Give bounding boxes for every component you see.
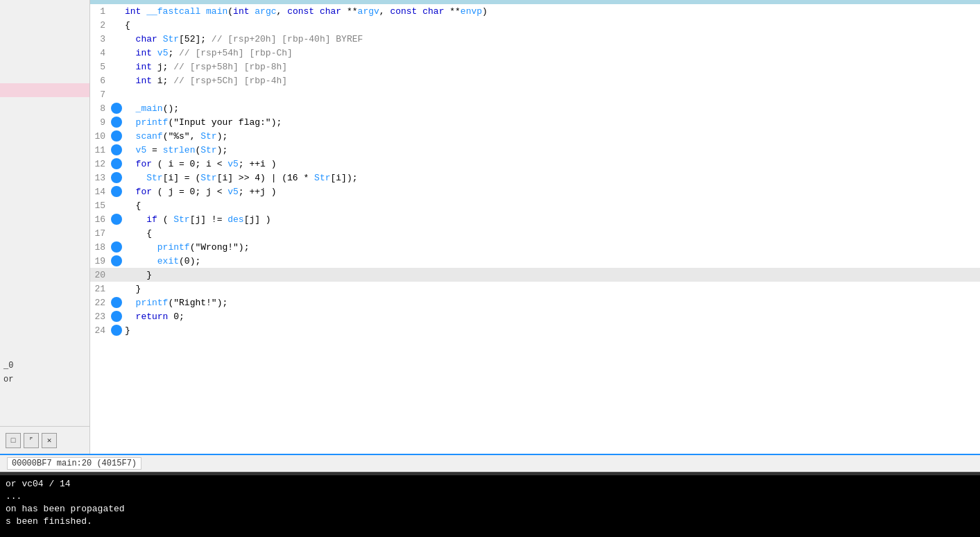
breakpoint-dot[interactable]: [111, 311, 122, 322]
line-number: 16: [90, 214, 111, 225]
no-breakpoint-space: [111, 283, 122, 294]
code-text: printf("Wrong!");: [125, 242, 249, 253]
breakpoint-dot[interactable]: [111, 117, 122, 128]
console-line: on has been propagated: [6, 503, 974, 515]
code-line-23: 23 return 0;: [90, 309, 980, 323]
code-line-2: 2{: [90, 18, 980, 32]
line-number: 17: [90, 228, 111, 239]
no-breakpoint-space: [111, 61, 122, 72]
line-number: 13: [90, 173, 111, 183]
line-number: 11: [90, 145, 111, 155]
code-line-1: 1int __fastcall main(int argc, const cha…: [90, 4, 980, 18]
line-number: 18: [90, 242, 111, 253]
code-line-9: 9 printf("Input your flag:");: [90, 115, 980, 129]
breakpoint-dot[interactable]: [111, 255, 122, 266]
code-text: _main();: [125, 103, 179, 114]
code-line-20: 20 }: [90, 268, 980, 282]
code-text: Str[i] = (Str[i] >> 4) | (16 * Str[i]);: [125, 173, 358, 183]
breakpoint-dot[interactable]: [111, 130, 122, 142]
code-text: return 0;: [125, 312, 184, 322]
breakpoint-dot[interactable]: [111, 172, 122, 183]
line-number: 2: [90, 20, 111, 31]
ctrl-btn-2[interactable]: ᴾ: [24, 433, 39, 448]
code-text: char Str[52]; // [rsp+20h] [rbp-40h] BYR…: [125, 34, 363, 44]
line-number: 15: [90, 201, 111, 211]
code-text: int __fastcall main(int argc, const char…: [125, 6, 488, 17]
status-bar: 00000BF7 main:20 (4015F7): [0, 454, 980, 472]
code-text: {: [125, 20, 130, 31]
code-line-22: 22 printf("Right!");: [90, 296, 980, 309]
line-number: 6: [90, 76, 111, 86]
code-line-13: 13 Str[i] = (Str[i] >> 4) | (16 * Str[i]…: [90, 171, 980, 185]
breakpoint-dot[interactable]: [111, 186, 122, 197]
code-line-21: 21 }: [90, 282, 980, 296]
code-line-18: 18 printf("Wrong!");: [90, 240, 980, 254]
line-number: 9: [90, 117, 111, 128]
code-text: v5 = strlen(Str);: [125, 145, 227, 155]
line-number: 14: [90, 187, 111, 197]
console-line: or vc04 / 14: [6, 478, 974, 491]
code-line-17: 17 {: [90, 226, 980, 240]
line-number: 8: [90, 103, 111, 114]
no-breakpoint-space: [111, 228, 122, 239]
no-breakpoint-space: [111, 75, 122, 86]
sidebar-label-1: or: [3, 375, 13, 384]
code-text: printf("Input your flag:");: [125, 117, 282, 128]
code-line-4: 4 int v5; // [rsp+54h] [rbp-Ch]: [90, 46, 980, 60]
console-content: or vc04 / 14...on has been propagateds b…: [0, 475, 980, 537]
code-text: }: [125, 284, 141, 294]
line-number: 19: [90, 256, 111, 266]
breakpoint-dot[interactable]: [111, 297, 122, 308]
ctrl-btn-3[interactable]: ✕: [42, 433, 57, 448]
console-line: ...: [6, 491, 974, 503]
line-number: 12: [90, 159, 111, 169]
breakpoint-dot[interactable]: [111, 325, 122, 336]
code-text: if ( Str[j] != des[j] ): [125, 214, 271, 225]
code-line-7: 7: [90, 87, 980, 101]
line-number: 22: [90, 298, 111, 308]
main-area: _0 or □ ᴾ ✕ 1int __fastcall main(int arg…: [0, 0, 980, 454]
code-line-14: 14 for ( j = 0; j < v5; ++j ): [90, 185, 980, 198]
no-breakpoint-space: [111, 19, 122, 31]
ctrl-btn-1[interactable]: □: [6, 433, 21, 448]
code-panel: 1int __fastcall main(int argc, const cha…: [90, 0, 980, 454]
code-line-12: 12 for ( i = 0; i < v5; ++i ): [90, 157, 980, 171]
code-text: {: [125, 201, 141, 211]
code-line-3: 3 char Str[52]; // [rsp+20h] [rbp-40h] B…: [90, 32, 980, 46]
no-breakpoint-space: [111, 33, 122, 44]
no-breakpoint-space: [111, 89, 122, 100]
console-line: s been finished.: [6, 515, 974, 528]
code-text: }: [125, 270, 152, 280]
code-text: int i; // [rsp+5Ch] [rbp-4h]: [125, 76, 287, 86]
code-text: [125, 90, 130, 100]
line-number: 3: [90, 34, 111, 44]
breakpoint-dot[interactable]: [111, 241, 122, 253]
console-area: or vc04 / 14...on has been propagateds b…: [0, 472, 980, 537]
sidebar-controls: □ ᴾ ✕: [0, 426, 89, 454]
line-number: 24: [90, 325, 111, 336]
code-line-15: 15 {: [90, 198, 980, 212]
sidebar-highlight: [0, 83, 89, 97]
code-text: printf("Right!");: [125, 298, 227, 308]
code-text: {: [125, 228, 152, 239]
no-breakpoint-space: [111, 200, 122, 211]
line-number: 4: [90, 48, 111, 58]
no-breakpoint-space: [111, 6, 122, 17]
no-breakpoint-space: [111, 269, 122, 280]
breakpoint-dot[interactable]: [111, 103, 122, 114]
status-address: 00000BF7 main:20 (4015F7): [7, 457, 141, 470]
line-number: 23: [90, 312, 111, 322]
breakpoint-dot[interactable]: [111, 158, 122, 169]
code-text: for ( j = 0; j < v5; ++j ): [125, 187, 276, 197]
code-text: scanf("%s", Str);: [125, 131, 227, 142]
code-line-19: 19 exit(0);: [90, 254, 980, 268]
code-text: }: [125, 325, 130, 336]
line-number: 21: [90, 284, 111, 294]
code-line-10: 10 scanf("%s", Str);: [90, 129, 980, 143]
breakpoint-dot[interactable]: [111, 144, 122, 155]
line-number: 7: [90, 90, 111, 100]
line-number: 10: [90, 131, 111, 142]
code-text: int v5; // [rsp+54h] [rbp-Ch]: [125, 48, 293, 58]
breakpoint-dot[interactable]: [111, 214, 122, 225]
no-breakpoint-space: [111, 47, 122, 58]
